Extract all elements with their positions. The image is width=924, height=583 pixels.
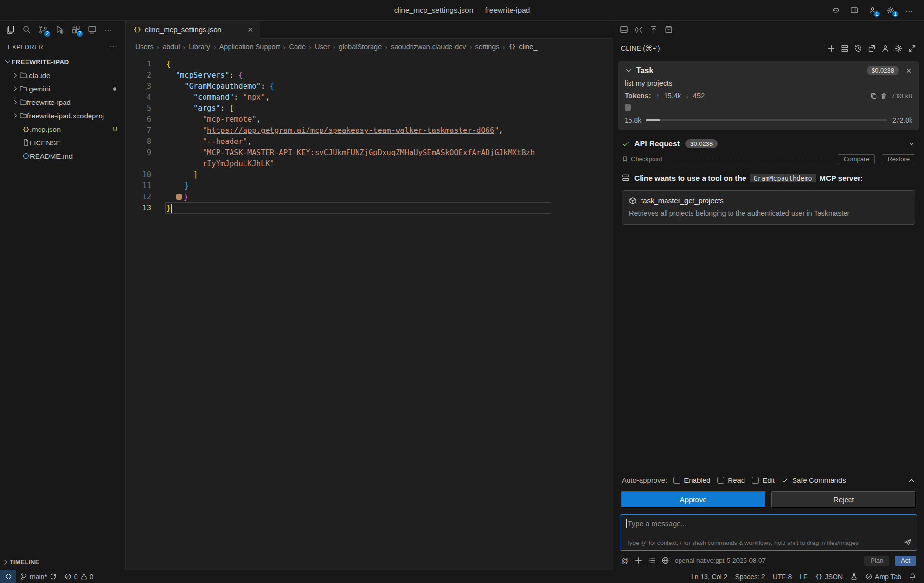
tree-item-license[interactable]: LICENSE [0,136,125,149]
history-icon[interactable] [854,44,862,52]
code-line[interactable]: 1{ [126,59,613,70]
cache-indicator[interactable] [625,104,631,111]
compare-button[interactable]: Compare [838,154,875,164]
remote-indicator[interactable] [0,570,16,583]
activity-extensions-button[interactable]: 2 [68,23,83,37]
cursor-position[interactable]: Ln 13, Col 2 [687,570,732,583]
explorer-more-button[interactable]: ··· [110,42,117,51]
layout-button[interactable] [847,3,861,17]
line-number: 2 [126,70,167,81]
tree-item-readme-md[interactable]: README.md [0,149,125,163]
chevron-down-icon[interactable] [625,67,632,75]
file-label: .claude [27,71,50,79]
code-line[interactable]: 11 } [126,181,613,192]
problems-status[interactable]: 0 0 [61,570,98,583]
tree-item-gemini[interactable]: .gemini [0,82,125,95]
new-task-icon[interactable] [827,44,835,52]
git-branch-status[interactable]: main* [16,570,61,583]
tree-item-freewrite-ipad[interactable]: freewrite-ipad [0,95,125,109]
breadcrumb-item[interactable]: Users [135,43,154,51]
code-line[interactable]: 2 "mcpServers": { [126,70,613,81]
plan-mode-button[interactable]: Plan [864,556,889,566]
indentation-status[interactable]: Spaces: 2 [731,570,769,583]
code-editor[interactable]: 1{2 "mcpServers": {3 "GramMcpauthdemo": … [126,55,613,570]
mcp-servers-icon[interactable] [841,44,849,52]
auto-approve-option-edit[interactable]: Edit [752,476,775,484]
expand-icon[interactable] [908,44,916,52]
chevron-up-icon[interactable] [908,477,915,484]
notifications-bell[interactable] [905,570,920,583]
activity-remote-explorer-button[interactable] [85,23,99,37]
panel-layout-icon[interactable] [620,26,628,34]
browser-icon[interactable] [661,557,669,565]
amp-tab-status[interactable]: Amp Tab [861,570,905,583]
broadcast-icon[interactable] [635,26,643,34]
code-line[interactable]: 10 ] [126,169,613,181]
tree-item-claude[interactable]: .claude [0,68,125,82]
close-task-button[interactable]: × [905,66,912,75]
breadcrumb-file[interactable]: {}cline_ [509,43,538,51]
experiment-status[interactable] [847,570,861,583]
accounts-button[interactable]: 1 [865,3,880,17]
code-line[interactable]: 9 "MCP-TASK-MASTER-API-KEY:svCJUkmFUNZjG… [126,147,613,158]
auto-approve-option-enabled[interactable]: Enabled [673,476,710,484]
tree-item-mcp-json[interactable]: {}.mcp.jsonU [0,122,125,136]
breadcrumb-item[interactable]: Application Support [219,43,280,51]
code-line[interactable]: 7 "https://app.getgram.ai/mcp/speakeasy-… [126,125,613,136]
code-line[interactable]: 5 "args": [ [126,103,613,114]
breadcrumb-item[interactable]: saoudrizwan.claude-dev [391,43,466,51]
tab-cline-mcp-settings[interactable]: {} cline_mcp_settings.json × [126,21,260,39]
activity-more-button[interactable]: ··· [101,23,116,37]
activity-run-debug-button[interactable] [52,23,66,37]
breadcrumb-item[interactable]: globalStorage [339,43,382,51]
breadcrumb-item[interactable]: settings [475,43,500,51]
breadcrumb-item[interactable]: Library [189,43,210,51]
manage-button[interactable]: 1 [884,3,898,17]
timeline-section-header[interactable]: TIMELINE [0,555,125,570]
open-in-editor-icon[interactable] [868,44,876,52]
more-actions-button[interactable]: ··· [902,3,916,17]
code-line[interactable]: 6 "mcp-remote", [126,114,613,125]
breadcrumb-item[interactable]: abdul [163,43,180,51]
auto-approve-option-safe-commands[interactable]: Safe Commands [782,476,846,484]
add-context-icon[interactable] [634,557,642,565]
restore-button[interactable]: Restore [882,154,915,164]
auto-approve-option-read[interactable]: Read [717,476,745,484]
mention-icon[interactable]: @ [621,557,629,565]
code-line[interactable]: rIyYmJpduLKJhLK" [126,158,613,169]
code-line[interactable]: 4 "command": "npx", [126,92,613,103]
activity-source-control-button[interactable]: 2 [36,23,50,37]
approve-button[interactable]: Approve [621,491,766,508]
close-tab-button[interactable]: × [240,25,254,34]
copilot-button[interactable] [829,3,843,17]
settings-gear-icon[interactable] [895,44,903,52]
breadcrumb-item[interactable]: Code [289,43,306,51]
activity-explorer-button[interactable] [3,23,17,37]
pin-up-icon[interactable] [650,26,658,34]
input-hint: Type @ for context, / for slash commands… [626,540,911,546]
send-icon[interactable] [903,538,912,546]
copy-icon[interactable] [870,92,877,100]
code-line[interactable]: 13} [126,203,613,214]
message-input[interactable]: Type a message... Type @ for context, / … [620,514,917,551]
delete-icon[interactable] [880,92,887,100]
language-mode[interactable]: {}JSON [811,570,847,583]
account-icon[interactable] [881,44,889,52]
code-line[interactable]: 12 } [126,192,613,203]
chevron-down-icon[interactable] [908,140,915,148]
archive-box-icon[interactable] [665,26,673,34]
tree-root-freewrite-ipad[interactable]: FREEWRITE-IPAD [0,55,125,68]
encoding-status[interactable]: UTF-8 [769,570,796,583]
rules-icon[interactable] [648,557,656,565]
reject-button[interactable]: Reject [771,491,917,508]
api-request-row[interactable]: API Request $0.0238 [613,135,924,152]
act-mode-button[interactable]: Act [895,556,916,566]
tool-request-card[interactable]: task_master_get_projects Retrieves all p… [622,190,915,224]
tree-item-freewrite-ipad-xcodeproj[interactable]: freewrite-ipad.xcodeproj [0,109,125,122]
breadcrumb-item[interactable]: User [315,43,330,51]
model-selector[interactable]: openai-native:gpt-5-2025-08-07 [675,557,766,564]
activity-search-button[interactable] [19,23,34,37]
code-line[interactable]: 8 "--header", [126,136,613,147]
eol-status[interactable]: LF [796,570,811,583]
code-line[interactable]: 3 "GramMcpauthdemo": { [126,81,613,92]
